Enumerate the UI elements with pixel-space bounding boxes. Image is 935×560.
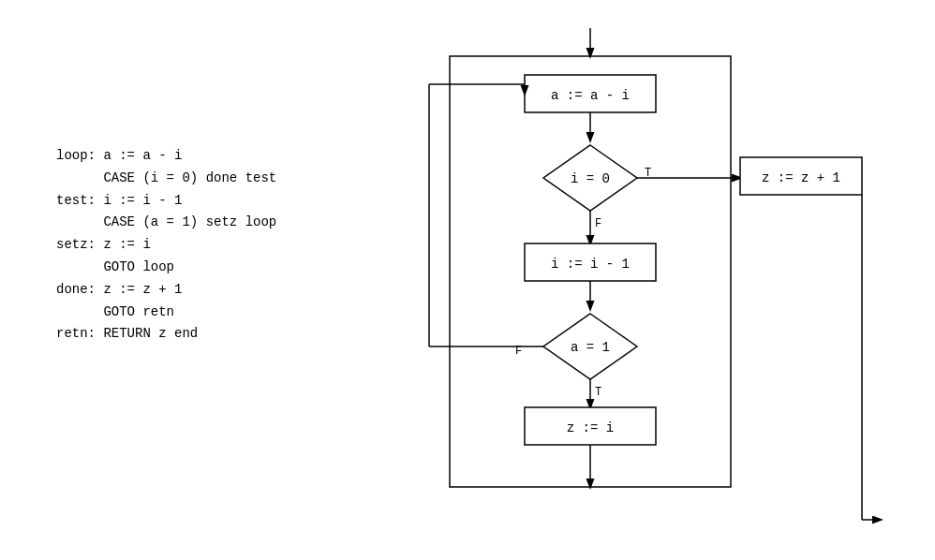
code-line-4: CASE (a = 1) setz loop [56,212,276,234]
node-assign3: z := i [567,420,614,435]
code-line-9: retn: RETURN z end [56,323,276,346]
code-line-7: done: z := z + 1 [56,279,276,302]
label-F1: F [595,217,601,230]
node-assign1: a := a - i [551,88,630,103]
code-line-3: test: i := i - 1 [56,190,276,213]
flowchart: .fc-box { fill: white; stroke: black; st… [422,19,909,543]
node-diamond2: a = 1 [571,340,610,355]
node-assign4: z := z + 1 [762,170,840,185]
code-line-1: loop: a := a - i [56,145,276,168]
code-line-8: GOTO retn [56,302,276,324]
node-diamond1: i = 0 [571,171,610,186]
code-line-6: GOTO loop [56,257,276,279]
label-T2: T [595,386,601,399]
code-line-2: CASE (i = 0) done test [56,168,276,190]
code-listing: loop: a := a - i CASE (i = 0) done test … [56,145,276,346]
node-assign2: i := i - 1 [551,257,630,272]
code-line-5: setz: z := i [56,234,276,257]
